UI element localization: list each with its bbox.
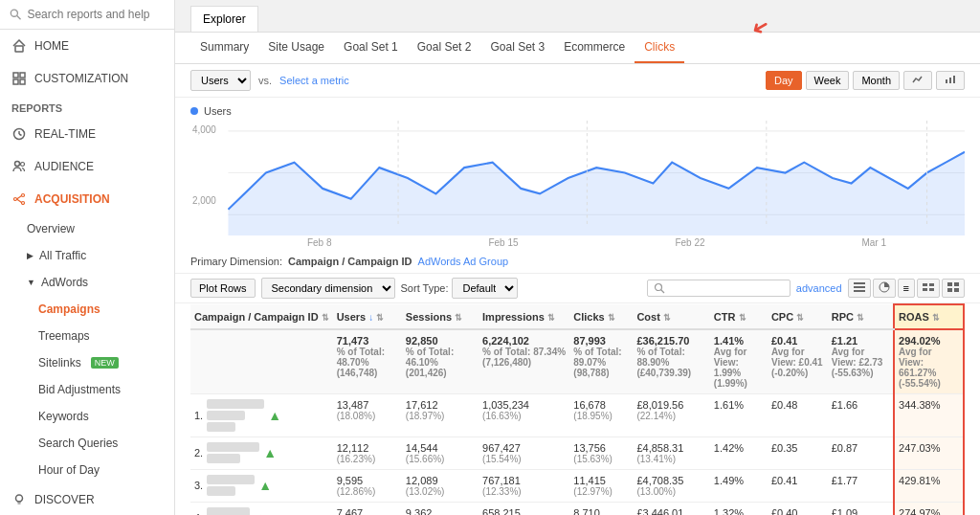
table-search-box[interactable] [647,280,791,297]
total-users: 71,473 % of Total: 48.70% (146,748) [333,329,402,394]
total-rpc: £1.21 Avg for View: £2.73 (-55.63%) [828,329,894,394]
sidebar-item-keywords[interactable]: Keywords [0,403,174,430]
tab-summary[interactable]: Summary [190,33,258,63]
tab-site-usage[interactable]: Site Usage [258,33,334,63]
col-rpc: RPC ⇅ [828,304,894,329]
sidebar-item-hour-of-day[interactable]: Hour of Day [0,457,174,483]
sidebar-item-adwords[interactable]: ▼ AdWords [0,269,174,296]
view-btn-bar[interactable] [936,71,965,90]
sidebar-item-search-queries[interactable]: Search Queries [0,430,174,457]
col-campaign: Campaign / Campaign ID ⇅ [190,304,333,329]
x-label-feb22: Feb 22 [675,237,704,248]
view-btn-week[interactable]: Week [806,71,850,90]
row3-num: 3. [194,480,203,491]
sessions-sort[interactable]: ⇅ [455,313,462,323]
sidebar-item-alltraffic[interactable]: ▶ All Traffic [0,242,174,269]
sort-type-label: Sort Type: [401,282,449,294]
sidebar-item-realtime-label: REAL-TIME [34,127,96,141]
data-view-btn[interactable] [848,279,871,298]
view-btn-month[interactable]: Month [853,71,900,90]
row3-rpc: £1.77 [828,470,894,503]
sidebar-item-bid-adjustments[interactable]: Bid Adjustments [0,376,174,403]
compare-icon [923,282,934,292]
cost-sort[interactable]: ⇅ [663,313,671,323]
ctr-sort[interactable]: ⇅ [739,313,746,323]
sort-type-control: Sort Type: Default [401,278,519,299]
sidebar-item-discover-label: DISCOVER [34,493,95,506]
sort-icon[interactable]: ⇅ [322,313,329,323]
sidebar-item-acquisition-label: ACQUISITION [34,192,110,206]
tab-clicks[interactable]: Clicks [635,33,684,63]
roas-sort[interactable]: ⇅ [932,313,940,323]
advanced-link[interactable]: advanced [796,282,842,294]
rpc-sort[interactable]: ⇅ [857,313,864,323]
row2-users: 12,112 (16.23%) [333,437,402,470]
secondary-dimension-select[interactable]: Secondary dimension [261,278,395,299]
search-bar[interactable] [0,0,174,30]
sidebar-item-acquisition[interactable]: ACQUISITION [0,183,174,215]
row1-impressions: 1,035,234 (16.63%) [479,394,569,437]
pie-view-icon [879,281,890,293]
users-icon [11,159,27,174]
line-chart-icon [912,75,924,84]
total-sessions: 92,850 % of Total: 46.10% (201,426) [402,329,479,394]
total-cpc: £0.41 Avg for View: £0.41 (-0.20%) [768,329,828,394]
sidebar-item-customization[interactable]: CUSTOMIZATION [0,62,174,95]
view-btn-day[interactable]: Day [766,71,802,90]
svg-rect-6 [20,79,25,84]
new-badge: NEW [91,357,119,369]
sidebar-item-alltraffic-label: All Traffic [39,249,86,262]
view-btn-line[interactable] [903,71,932,90]
svg-point-14 [22,202,25,205]
sidebar-item-overview[interactable]: Overview [0,215,174,242]
sidebar-item-campaigns[interactable]: Campaigns [0,296,174,323]
sidebar-item-customization-label: CUSTOMIZATION [34,72,128,85]
tab-ecommerce[interactable]: Ecommerce [554,33,635,63]
svg-line-9 [19,134,22,136]
sidebar-item-audience[interactable]: AUDIENCE [0,150,174,183]
search-input[interactable] [27,8,165,21]
col-cpc: CPC ⇅ [768,304,828,329]
clock-icon [11,126,27,142]
svg-rect-44 [947,288,952,292]
col-impressions: Impressions ⇅ [479,304,569,329]
sidebar-item-adwords-label: AdWords [41,276,88,289]
table-search-input[interactable] [669,282,784,294]
row1-ctr: 1.61% [710,394,768,437]
row1-clicks: 16,678 (18.95%) [569,394,633,437]
compare-view-btn[interactable] [917,279,940,298]
blurred-campaign-2a [207,442,259,452]
tab-goal-set-3[interactable]: Goal Set 3 [480,33,554,63]
tab-goal-set-2[interactable]: Goal Set 2 [408,33,481,63]
explorer-tab-button[interactable]: Explorer [190,6,258,32]
sidebar-item-discover[interactable]: DISCOVER [0,483,174,515]
users-sort[interactable]: ⇅ [376,313,384,323]
impressions-sort[interactable]: ⇅ [547,313,555,323]
row3-cpc: £0.41 [768,470,828,503]
sort-default-select[interactable]: Default [452,278,518,299]
pie-view-btn[interactable] [873,279,896,298]
tab-goal-set-1[interactable]: Goal Set 1 [334,33,408,63]
cpc-sort[interactable]: ⇅ [796,313,804,323]
total-ctr: 1.41% Avg for View: 1.99% (1.99%) [710,329,768,394]
col-ctr: CTR ⇅ [710,304,768,329]
plot-rows-button[interactable]: Plot Rows [190,279,256,298]
select-metric-link[interactable]: Select a metric [279,75,349,86]
totals-row: 71,473 % of Total: 48.70% (146,748) 92,8… [190,329,964,394]
sidebar-item-home[interactable]: HOME [0,30,174,62]
grid-view-btn[interactable] [942,279,965,298]
row1-num: 1. [194,410,203,421]
row2-campaign: 2. ▲ [190,437,333,470]
svg-rect-41 [929,288,934,291]
svg-point-32 [655,284,661,291]
total-clicks: 87,993 % of Total: 89.07% (98,788) [569,329,633,394]
sidebar-item-realtime[interactable]: REAL-TIME [0,118,174,150]
table-row: 3. ▲ 9,595 (12.86%) 12,089 [190,470,964,503]
svg-rect-38 [923,283,927,286]
sidebar-item-treemaps[interactable]: Treemaps [0,323,174,349]
adwords-ad-group-link[interactable]: AdWords Ad Group [418,256,509,267]
metric-dropdown[interactable]: Users [190,70,251,91]
list-view-btn[interactable]: ≡ [898,279,915,298]
clicks-sort[interactable]: ⇅ [608,313,615,323]
sidebar-item-sitelinks[interactable]: Sitelinks NEW [0,349,174,376]
